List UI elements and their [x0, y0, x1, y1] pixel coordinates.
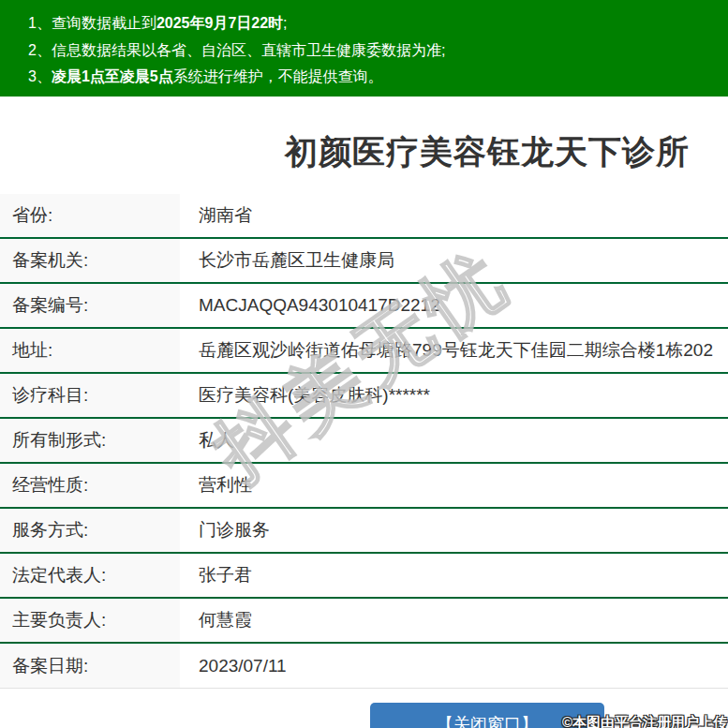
notice-line: 2、信息数据结果以各省、自治区、直辖市卫生健康委数据为准; — [28, 37, 728, 65]
notice-text: 凌晨1点至凌晨5点 — [52, 68, 173, 84]
row-value: 私人 — [180, 428, 728, 453]
table-row: 备案机关:长沙市岳麓区卫生健康局 — [0, 239, 728, 284]
row-value: 湖南省 — [180, 203, 728, 228]
table-row: 服务方式:门诊服务 — [0, 509, 728, 554]
row-label: 主要负责人: — [0, 599, 180, 642]
row-label: 服务方式: — [0, 509, 180, 552]
notice-line: 1、查询数据截止到2025年9月7日22时; — [28, 10, 728, 37]
notice-line: 3、凌晨1点至凌晨5点系统进行维护，不能提供查询。 — [28, 64, 728, 91]
page-canvas: 1、查询数据截止到2025年9月7日22时;2、信息数据结果以各省、自治区、直辖… — [0, 0, 728, 728]
notice-text: 1、查询数据截止到 — [28, 15, 156, 31]
row-value: 门诊服务 — [180, 518, 728, 542]
table-row: 备案日期:2023/07/11 — [0, 644, 728, 689]
table-row: 地址:岳麓区观沙岭街道佑母塘路799号钰龙天下佳园二期综合楼1栋202 — [0, 329, 728, 374]
notice-text: ; — [283, 15, 287, 31]
page-title: 初颜医疗美容钰龙天下诊所 — [0, 97, 728, 194]
table-row: 省份:湖南省 — [0, 194, 728, 239]
row-label: 备案机关: — [0, 239, 180, 282]
row-label: 省份: — [0, 194, 180, 237]
copyright-watermark: ©本图由平台注册用户上传 — [562, 714, 727, 728]
notice-banner: 1、查询数据截止到2025年9月7日22时;2、信息数据结果以各省、自治区、直辖… — [0, 0, 728, 97]
row-value: 2023/07/11 — [180, 656, 728, 676]
row-value: 医疗美容科(美容皮肤科)****** — [180, 383, 728, 408]
row-label: 诊疗科目: — [0, 374, 180, 417]
row-label: 备案日期: — [0, 644, 180, 688]
table-row: 法定代表人:张子君 — [0, 554, 728, 599]
table-row: 备案编号:MACJAQQA943010417D2212 — [0, 284, 728, 329]
row-value: MACJAQQA943010417D2212 — [180, 295, 728, 316]
notice-text: 系统进行维护，不能提供查询。 — [173, 68, 383, 84]
row-value: 何慧霞 — [180, 608, 728, 632]
page-viewport: 1、查询数据截止到2025年9月7日22时;2、信息数据结果以各省、自治区、直辖… — [0, 0, 728, 728]
table-row: 所有制形式:私人 — [0, 419, 728, 464]
table-row: 诊疗科目:医疗美容科(美容皮肤科)****** — [0, 374, 728, 419]
row-label: 法定代表人: — [0, 554, 180, 597]
row-label: 经营性质: — [0, 464, 180, 507]
row-value: 营利性 — [180, 473, 728, 498]
notice-text: 3、 — [28, 68, 52, 84]
row-value: 岳麓区观沙岭街道佑母塘路799号钰龙天下佳园二期综合楼1栋202 — [180, 338, 728, 363]
row-label: 所有制形式: — [0, 419, 180, 462]
notice-text: 2025年9月7日22时 — [156, 15, 283, 31]
notice-text: 2、信息数据结果以各省、自治区、直辖市卫生健康委数据为准; — [28, 42, 445, 58]
row-label: 备案编号: — [0, 284, 180, 327]
record-table: 省份:湖南省备案机关:长沙市岳麓区卫生健康局备案编号:MACJAQQA94301… — [0, 194, 728, 689]
row-value: 张子君 — [180, 563, 728, 587]
row-label: 地址: — [0, 329, 180, 372]
notice-list: 1、查询数据截止到2025年9月7日22时;2、信息数据结果以各省、自治区、直辖… — [28, 10, 728, 91]
table-row: 经营性质:营利性 — [0, 464, 728, 509]
row-value: 长沙市岳麓区卫生健康局 — [180, 248, 728, 273]
table-row: 主要负责人:何慧霞 — [0, 599, 728, 644]
